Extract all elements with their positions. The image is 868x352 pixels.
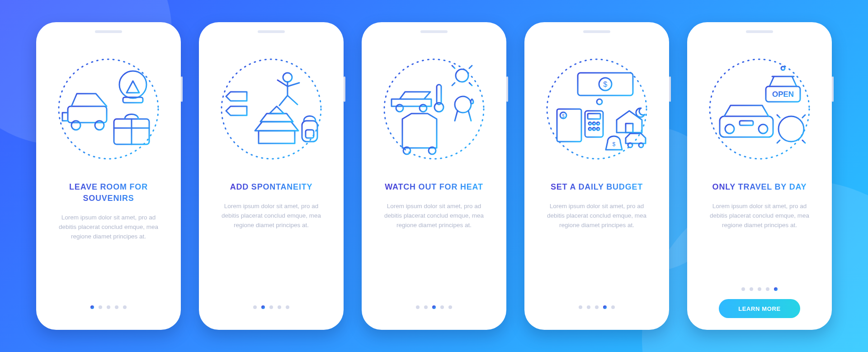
- page-dot[interactable]: [774, 287, 778, 291]
- card-description: Lorem ipsum dolor sit amet, pro ad debit…: [542, 202, 651, 230]
- page-dot[interactable]: [579, 305, 582, 309]
- page-dot[interactable]: [253, 305, 257, 309]
- svg-point-56: [781, 67, 785, 70]
- svg-text:$: $: [562, 114, 565, 119]
- page-dot[interactable]: [90, 305, 94, 309]
- svg-point-46: [597, 122, 599, 125]
- svg-point-54: [710, 59, 809, 159]
- page-dot[interactable]: [587, 305, 590, 309]
- card-title: SET A DAILY BUDGET: [551, 181, 643, 193]
- page-dot[interactable]: [766, 287, 769, 291]
- svg-point-23: [420, 105, 427, 112]
- svg-point-52: [628, 143, 632, 147]
- svg-rect-24: [437, 85, 441, 105]
- svg-line-69: [777, 115, 780, 118]
- page-indicator: [90, 305, 127, 309]
- card-description: Lorem ipsum dolor sit amet, pro ad debit…: [705, 202, 814, 230]
- svg-point-47: [589, 128, 591, 130]
- svg-rect-58: [720, 116, 773, 137]
- page-dot[interactable]: [611, 305, 615, 309]
- onboarding-card-budget: $ $: [524, 22, 669, 330]
- svg-point-26: [455, 96, 471, 113]
- svg-point-59: [725, 124, 734, 133]
- svg-point-9: [283, 73, 292, 82]
- spontaneity-icon: [215, 53, 327, 165]
- onboarding-card-heat: WATCH OUT FOR HEAT Lorem ipsum dolor sit…: [362, 22, 506, 330]
- budget-icon: $ $: [541, 53, 653, 165]
- page-dot[interactable]: [603, 305, 607, 309]
- svg-point-13: [456, 69, 468, 82]
- page-dot[interactable]: [432, 305, 436, 309]
- svg-point-48: [593, 128, 595, 130]
- page-dot[interactable]: [758, 287, 761, 291]
- svg-rect-43: [588, 114, 600, 119]
- open-sign-text: OPEN: [772, 90, 794, 99]
- svg-line-20: [469, 66, 472, 68]
- svg-point-4: [119, 71, 146, 98]
- card-description: Lorem ipsum dolor sit amet, pro ad debit…: [380, 202, 488, 230]
- svg-rect-1: [68, 106, 107, 123]
- svg-line-18: [452, 66, 455, 68]
- svg-point-44: [589, 122, 591, 125]
- page-dot[interactable]: [440, 305, 444, 309]
- svg-line-72: [777, 140, 780, 143]
- page-dot[interactable]: [123, 305, 127, 309]
- page-dot[interactable]: [99, 305, 102, 309]
- page-dot[interactable]: [269, 305, 273, 309]
- page-dot[interactable]: [741, 287, 745, 291]
- page-dot[interactable]: [115, 305, 118, 309]
- page-indicator: [416, 305, 452, 309]
- onboarding-card-souvenirs: LEAVE ROOM FOR SOUVENIRS Lorem ipsum dol…: [36, 22, 181, 330]
- card-title: ADD SPONTANEITY: [230, 181, 313, 193]
- page-dot[interactable]: [448, 305, 452, 309]
- page-dot[interactable]: [750, 287, 753, 291]
- page-dot[interactable]: [595, 305, 599, 309]
- svg-text:$: $: [604, 81, 608, 88]
- card-title: ONLY TRAVEL BY DAY: [712, 181, 807, 193]
- card-title: WATCH OUT FOR HEAT: [385, 181, 483, 193]
- svg-point-49: [597, 128, 599, 130]
- svg-rect-61: [740, 121, 753, 125]
- svg-line-21: [452, 83, 455, 86]
- svg-line-19: [469, 83, 472, 86]
- svg-text:$: $: [613, 141, 616, 147]
- svg-point-60: [759, 124, 768, 133]
- svg-point-45: [593, 122, 595, 125]
- card-description: Lorem ipsum dolor sit amet, pro ad debit…: [54, 213, 163, 242]
- onboarding-card-day-travel: OPEN: [687, 22, 832, 330]
- page-dot[interactable]: [416, 305, 420, 309]
- svg-point-22: [396, 105, 403, 112]
- onboarding-card-spontaneity: ADD SPONTANEITY Lorem ipsum dolor sit am…: [199, 22, 344, 330]
- page-dot[interactable]: [286, 305, 289, 309]
- svg-point-53: [639, 143, 643, 147]
- souvenirs-icon: [52, 53, 165, 165]
- page-dot[interactable]: [261, 305, 265, 309]
- page-indicator: [741, 287, 778, 291]
- page-dot[interactable]: [278, 305, 281, 309]
- learn-more-button[interactable]: LEARN MORE: [719, 299, 800, 318]
- svg-line-71: [802, 115, 805, 118]
- card-description: Lorem ipsum dolor sit amet, pro ad debit…: [217, 202, 326, 230]
- phone-row: LEAVE ROOM FOR SOUVENIRS Lorem ipsum dol…: [0, 0, 868, 352]
- heat-icon: [378, 53, 490, 165]
- svg-rect-50: [626, 124, 633, 133]
- page-dot[interactable]: [424, 305, 428, 309]
- page-indicator: [253, 305, 289, 309]
- day-travel-icon: OPEN: [703, 53, 816, 165]
- page-dot[interactable]: [107, 305, 110, 309]
- page-indicator: [579, 305, 615, 309]
- svg-line-70: [802, 140, 805, 143]
- card-title: LEAVE ROOM FOR SOUVENIRS: [57, 181, 160, 204]
- svg-rect-11: [306, 130, 314, 138]
